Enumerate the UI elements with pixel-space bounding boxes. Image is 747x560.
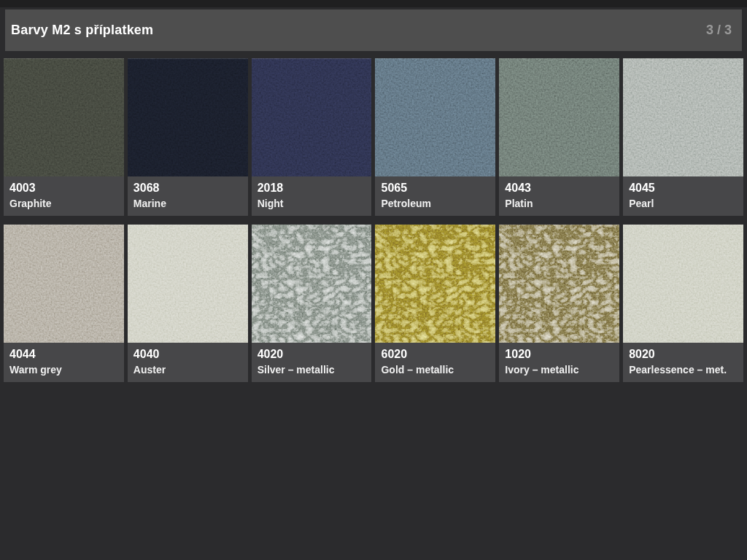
metallic-grain-texture — [499, 225, 619, 343]
swatch-code: 5065 — [381, 180, 489, 196]
swatch-tile: 1020 Ivory – metallic — [499, 225, 619, 382]
swatch-label: 4040 Auster — [128, 343, 248, 382]
leather-grain-texture — [499, 58, 619, 176]
swatch-name: Auster — [133, 362, 242, 377]
swatch-name: Petroleum — [381, 196, 489, 211]
swatch-tile: 4044 Warm grey — [4, 225, 124, 382]
swatch-name: Platin — [505, 196, 614, 211]
swatch-name: Warm grey — [9, 362, 118, 377]
swatch-label: 4020 Silver – metallic — [252, 343, 372, 382]
swatch-code: 8020 — [629, 346, 738, 362]
page-header: Barvy M2 s příplatkem 3 / 3 — [5, 9, 742, 51]
page-indicator: 3 / 3 — [706, 23, 732, 38]
swatch-texture — [623, 58, 743, 176]
swatch-code: 3068 — [133, 180, 242, 196]
swatch-tile: 4003 Graphite — [4, 58, 124, 216]
top-strip — [0, 0, 747, 7]
swatch-texture — [4, 225, 124, 343]
leather-grain-texture — [623, 225, 743, 343]
swatch-code: 4044 — [9, 346, 118, 362]
swatch-tile: 4020 Silver – metallic — [252, 225, 372, 382]
swatch-texture — [499, 225, 619, 343]
swatch-texture — [4, 58, 124, 176]
swatch-label: 3068 Marine — [128, 176, 248, 216]
swatch-code: 4003 — [9, 180, 118, 196]
swatch-label: 4043 Platin — [499, 176, 619, 216]
swatch-code: 6020 — [381, 346, 489, 362]
leather-grain-texture — [4, 58, 124, 176]
swatch-texture — [252, 58, 372, 176]
metallic-grain-texture — [375, 225, 495, 343]
swatch-texture — [252, 225, 372, 343]
swatch-label: 5065 Petroleum — [375, 176, 495, 216]
swatch-name: Night — [258, 196, 366, 211]
swatch-label: 2018 Night — [252, 176, 372, 216]
swatch-label: 1020 Ivory – metallic — [499, 343, 619, 382]
swatch-texture — [375, 225, 495, 343]
page-title: Barvy M2 s příplatkem — [11, 23, 153, 38]
swatch-label: 4003 Graphite — [4, 176, 124, 216]
swatch-label: 4045 Pearl — [623, 176, 743, 216]
swatch-label: 8020 Pearlessence – met. — [623, 343, 743, 382]
swatch-label: 4044 Warm grey — [4, 343, 124, 382]
swatch-name: Silver – metallic — [258, 362, 366, 377]
swatch-texture — [623, 225, 743, 343]
swatch-name: Graphite — [9, 196, 118, 211]
swatch-code: 2018 — [258, 180, 366, 196]
swatch-tile: 5065 Petroleum — [375, 58, 495, 216]
swatch-tile: 3068 Marine — [128, 58, 248, 216]
swatch-texture — [375, 58, 495, 176]
catalog-page: Barvy M2 s příplatkem 3 / 3 4003 Graphit… — [0, 0, 747, 382]
swatch-grid: 4003 Graphite 3068 Marine 2018 — [4, 58, 743, 382]
swatch-texture — [499, 58, 619, 176]
swatch-tile: 4040 Auster — [128, 225, 248, 382]
swatch-name: Pearl — [629, 196, 738, 211]
swatch-code: 4020 — [258, 346, 366, 362]
swatch-name: Pearlessence – met. — [629, 362, 738, 377]
swatch-tile: 2018 Night — [252, 58, 372, 216]
swatch-code: 4040 — [133, 346, 242, 362]
leather-grain-texture — [128, 58, 248, 176]
swatch-texture — [128, 225, 248, 343]
swatch-name: Ivory – metallic — [505, 362, 614, 377]
swatch-label: 6020 Gold – metallic — [375, 343, 495, 382]
swatch-name: Marine — [133, 196, 242, 211]
leather-grain-texture — [623, 58, 743, 176]
swatch-code: 4045 — [629, 180, 738, 196]
swatch-name: Gold – metallic — [381, 362, 489, 377]
swatch-code: 4043 — [505, 180, 614, 196]
swatch-tile: 8020 Pearlessence – met. — [623, 225, 743, 382]
leather-grain-texture — [375, 58, 495, 176]
swatch-texture — [128, 58, 248, 176]
leather-grain-texture — [128, 225, 248, 343]
leather-grain-texture — [252, 58, 372, 176]
swatch-tile: 6020 Gold – metallic — [375, 225, 495, 382]
swatch-tile: 4045 Pearl — [623, 58, 743, 216]
swatch-code: 1020 — [505, 346, 614, 362]
swatch-tile: 4043 Platin — [499, 58, 619, 216]
leather-grain-texture — [4, 225, 124, 343]
metallic-grain-texture — [252, 225, 372, 343]
